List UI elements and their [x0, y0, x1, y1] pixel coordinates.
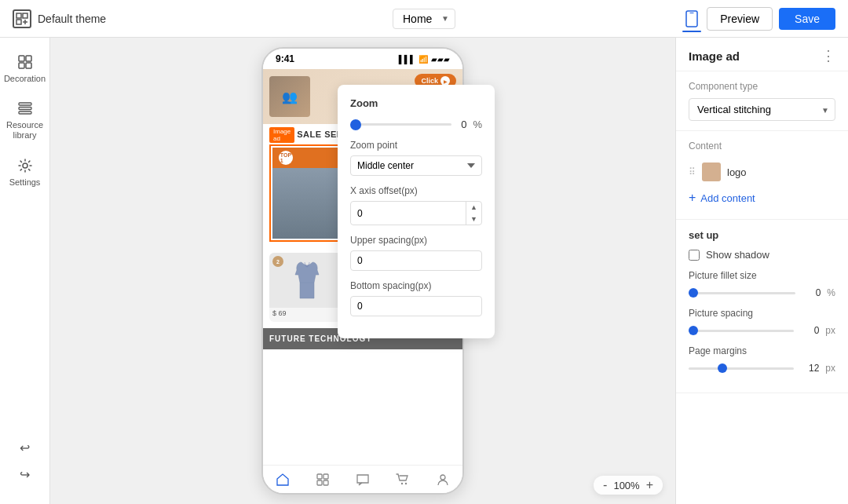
product-price-row-1: $ 69 [269, 308, 344, 319]
picture-spacing-row: 0 px [689, 325, 835, 336]
svg-rect-9 [19, 103, 31, 105]
drag-handle-icon[interactable]: ⠿ [689, 166, 696, 177]
panel-more-icon[interactable]: ⋮ [821, 49, 835, 63]
preview-button[interactable]: Preview [707, 7, 773, 31]
zoom-level-display: 100% [613, 480, 639, 491]
picture-fillet-row: 0 % [689, 287, 835, 298]
svg-rect-7 [19, 63, 24, 68]
sidebar-bottom: ↩ ↪ [14, 427, 36, 495]
nav-profile-item[interactable] [436, 473, 450, 487]
sidebar-item-settings[interactable]: Settings [3, 151, 47, 194]
picture-fillet-unit: % [827, 287, 835, 298]
show-shadow-checkbox[interactable] [689, 250, 700, 261]
content-item-logo: ⠿ logo [689, 158, 835, 186]
redo-button[interactable]: ↪ [14, 463, 36, 485]
right-panel: Image ad ⋮ Component type Vertical stitc… [675, 38, 848, 504]
bottom-spacing-label: Bottom spacing(px) [350, 280, 482, 291]
nav-apps-item[interactable] [316, 473, 330, 487]
component-type-dropdown-wrap: Vertical stitching ▼ [689, 98, 835, 121]
content-item-name: logo [727, 166, 747, 178]
product-image-1: 2 [269, 253, 344, 308]
x-axis-input[interactable] [351, 204, 466, 223]
page-margins-slider[interactable] [689, 367, 794, 370]
picture-spacing-value: 0 [800, 325, 819, 336]
add-content-button[interactable]: + Add content [689, 186, 835, 210]
svg-rect-11 [19, 111, 31, 114]
sidebar: Decoration Resource library Settings [0, 38, 50, 504]
content-label: Content [689, 141, 835, 152]
nav-chat-item[interactable] [356, 473, 370, 487]
phone-tab-underline [682, 31, 701, 32]
sidebar-item-decoration[interactable]: Decoration [3, 47, 47, 90]
rank-badge-2: 2 [272, 256, 283, 267]
picture-fillet-slider[interactable] [689, 292, 795, 294]
battery-icon: ▰▰▰ [431, 55, 450, 64]
decoration-icon [16, 53, 34, 71]
component-type-select[interactable]: Vertical stitching [689, 98, 835, 121]
top1-badge: TOP1 [279, 151, 293, 165]
svg-rect-5 [19, 56, 24, 61]
zoom-plus-button[interactable]: + [646, 479, 653, 491]
signal-icon: ▌▌▌ [399, 55, 415, 64]
upper-spacing-input[interactable] [350, 250, 482, 271]
zoom-slider-row: 0 % [350, 119, 482, 130]
sidebar-item-resource[interactable]: Resource library [3, 93, 47, 147]
x-axis-arrows: ▲ ▼ [466, 202, 481, 225]
panel-header: Image ad ⋮ [676, 38, 848, 71]
nav-dropdown[interactable]: Home [393, 9, 455, 29]
component-type-label: Component type [689, 81, 835, 92]
add-content-label: Add content [700, 192, 755, 204]
svg-point-18 [405, 482, 407, 484]
undo-redo-group: ↩ ↪ [14, 436, 36, 485]
show-shadow-row: Show shadow [689, 249, 835, 261]
x-axis-input-wrap: ▲ ▼ [350, 201, 482, 225]
phone-view-icon[interactable] [683, 10, 700, 27]
picture-spacing-slider[interactable] [689, 330, 794, 332]
product-price-1: $ 69 [272, 309, 287, 317]
zoom-panel-title: Zoom [350, 97, 482, 109]
canvas-area: 9:41 ▌▌▌ 📶 ▰▰▰ 👥 [50, 38, 675, 504]
svg-rect-2 [16, 20, 21, 24]
show-shadow-label: Show shadow [706, 249, 769, 261]
picture-spacing-label: Picture spacing [689, 308, 835, 319]
save-button[interactable]: Save [779, 8, 835, 30]
x-axis-label: X axis offset(px) [350, 185, 482, 196]
upper-spacing-label: Upper spacing(px) [350, 235, 482, 246]
add-icon: + [689, 191, 696, 205]
zoom-point-label: Zoom point [350, 140, 482, 151]
svg-point-19 [440, 475, 445, 480]
svg-point-12 [23, 163, 27, 168]
logo-thumbnail [702, 163, 721, 181]
product-card-1: 2 $ 69 [269, 253, 344, 322]
nav-home-item[interactable] [276, 473, 290, 487]
page-margins-unit: px [825, 363, 835, 374]
svg-rect-6 [26, 56, 31, 61]
page-margins-row: 12 px [689, 363, 835, 374]
panel-title: Image ad [689, 49, 740, 63]
svg-rect-10 [19, 108, 31, 110]
x-axis-down-arrow[interactable]: ▼ [466, 214, 481, 225]
page-margins-value: 12 [800, 363, 819, 374]
sidebar-resource-label: Resource library [6, 120, 43, 141]
resource-icon [16, 100, 34, 117]
zoom-point-select[interactable]: Top leftTop centerTop rightMiddle leftMi… [350, 155, 482, 176]
picture-fillet-label: Picture fillet size [689, 270, 835, 281]
undo-button[interactable]: ↩ [14, 436, 36, 458]
phone-time: 9:41 [276, 53, 294, 64]
content-section: Content ⠿ logo + Add content [676, 131, 848, 220]
component-type-section: Component type Vertical stitching ▼ [676, 71, 848, 131]
zoom-slider[interactable] [350, 123, 451, 126]
x-axis-up-arrow[interactable]: ▲ [466, 202, 481, 214]
phone-bottom-nav [263, 465, 462, 493]
nav-dropdown-wrap[interactable]: Home ▼ [393, 9, 455, 29]
picture-spacing-unit: px [825, 325, 835, 336]
app-logo [13, 9, 31, 28]
nav-cart-item[interactable] [396, 473, 410, 487]
sidebar-settings-label: Settings [9, 177, 41, 188]
phone-status-icons: ▌▌▌ 📶 ▰▰▰ [399, 55, 450, 64]
zoom-percent: % [473, 119, 482, 130]
phone-status-bar: 9:41 ▌▌▌ 📶 ▰▰▰ [263, 49, 462, 69]
zoom-minus-button[interactable]: - [603, 479, 607, 491]
bottom-spacing-input[interactable] [350, 296, 482, 316]
setup-label: set up [689, 229, 835, 241]
